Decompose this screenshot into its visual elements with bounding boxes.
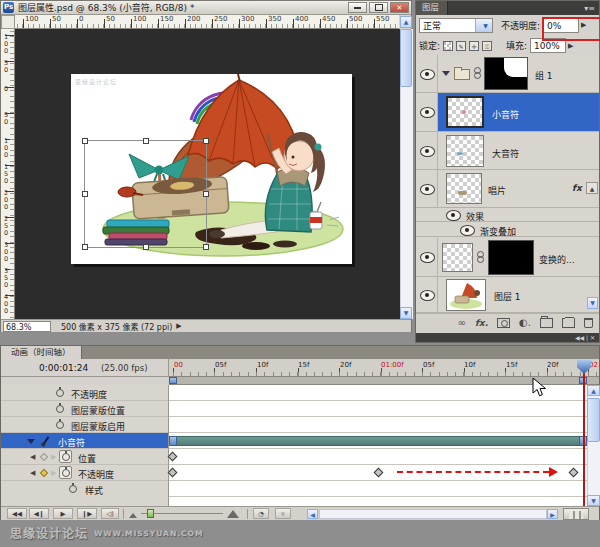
eye-icon[interactable] xyxy=(420,252,435,263)
transform-handle[interactable] xyxy=(203,191,209,197)
blend-mode-select[interactable]: 正常 ▼ xyxy=(419,18,493,33)
status-flyout-arrow[interactable]: ▶ xyxy=(176,322,181,330)
layer-duration-bar[interactable] xyxy=(169,436,587,446)
prev-keyframe-icon[interactable]: ◀ xyxy=(30,453,35,461)
layer-name[interactable]: 唱片 xyxy=(488,184,506,197)
layer-name[interactable]: 变换的... xyxy=(539,253,575,266)
document-titlebar[interactable]: Ps 图层属性.psd @ 68.3% (小音符, RGB/8) * ✕ xyxy=(1,1,411,15)
effects-header-row[interactable]: 效果 xyxy=(416,208,599,222)
tab-layers[interactable]: 图层 xyxy=(416,1,448,15)
timeline-vertical-scrollbar[interactable]: ▲ ▼ xyxy=(587,385,600,506)
new-group-icon[interactable] xyxy=(540,318,553,328)
resize-grip-button[interactable] xyxy=(563,508,589,520)
play-button[interactable]: ▶ xyxy=(53,508,73,519)
vertical-ruler[interactable]: 10050050100150200250300350400 xyxy=(1,29,15,319)
scroll-down-button[interactable]: ▼ xyxy=(400,307,412,319)
track-row-opacity-animated[interactable]: ◀ ▶ 不透明度 xyxy=(1,465,168,481)
track-row-mask-enable[interactable]: 图层蒙版启用 xyxy=(1,417,168,433)
zoom-out-icon[interactable] xyxy=(129,513,137,518)
track-row-position[interactable]: ◀ ▶ 位置 xyxy=(1,449,168,465)
adjustment-layer-icon[interactable]: ◐. xyxy=(519,317,531,329)
eye-icon[interactable] xyxy=(420,290,435,301)
eye-icon[interactable] xyxy=(420,107,435,118)
layer-thumbnail[interactable] xyxy=(442,243,473,272)
keyframe-diamond[interactable] xyxy=(168,452,178,462)
keyframe-diamond[interactable] xyxy=(374,468,384,478)
zoom-level-field[interactable]: 68.3% xyxy=(3,321,51,332)
transform-handle[interactable] xyxy=(82,138,88,144)
stopwatch-icon[interactable] xyxy=(56,421,64,429)
lock-position-icon[interactable]: ✛ xyxy=(469,41,479,51)
layer-thumbnail[interactable] xyxy=(446,135,484,167)
document-vertical-scrollbar[interactable]: ▼ xyxy=(400,29,412,319)
layer-row-dayinfu[interactable]: 大音符 xyxy=(416,132,599,170)
stopwatch-box[interactable] xyxy=(59,450,72,463)
scroll-down-button[interactable]: ▼ xyxy=(587,495,600,506)
fill-flyout-arrow[interactable]: ▶ xyxy=(568,42,573,50)
group-mask-thumbnail[interactable] xyxy=(484,57,528,90)
track-row-xiaoyinfu[interactable]: 小音符 xyxy=(1,433,168,449)
stopwatch-icon[interactable] xyxy=(69,485,77,493)
scroll-right-button[interactable]: ▶ xyxy=(547,509,558,519)
expand-triangle-icon[interactable] xyxy=(442,71,450,76)
keyframe-indicator-icon[interactable] xyxy=(40,453,48,461)
stopwatch-icon[interactable] xyxy=(56,389,64,397)
canvas[interactable]: 思缘设计论坛 xyxy=(71,74,352,264)
next-keyframe-icon[interactable]: ▶ xyxy=(51,469,56,477)
keyframe-indicator-icon[interactable] xyxy=(40,469,48,477)
transform-handle[interactable] xyxy=(82,244,88,250)
scrollbar-thumb[interactable] xyxy=(400,29,412,87)
next-keyframe-icon[interactable]: ▶ xyxy=(51,453,56,461)
layer-name[interactable]: 小音符 xyxy=(492,108,519,121)
scroll-up-button[interactable]: ▲ xyxy=(400,16,412,28)
eye-icon[interactable] xyxy=(420,184,435,195)
transform-handle[interactable] xyxy=(203,138,209,144)
keyframe-diamond[interactable] xyxy=(168,468,178,478)
effect-label[interactable]: 渐变叠加 xyxy=(480,225,516,238)
tab-animation-timeline[interactable]: 动画（时间轴） xyxy=(1,346,82,359)
expand-triangle-icon[interactable] xyxy=(27,439,35,444)
previous-frame-button[interactable]: ◀❙ xyxy=(29,508,49,519)
track-row-style[interactable]: 样式 xyxy=(1,481,168,497)
close-button[interactable]: ✕ xyxy=(390,2,409,13)
lock-transparency-icon[interactable] xyxy=(443,41,453,51)
zoom-slider-thumb[interactable] xyxy=(147,509,154,518)
eye-icon[interactable] xyxy=(420,69,435,80)
keyframe-diamond[interactable] xyxy=(569,468,579,478)
eye-icon[interactable] xyxy=(420,146,435,157)
layer-style-icon[interactable]: fx. xyxy=(475,317,488,329)
transform-handle[interactable] xyxy=(143,138,149,144)
delete-layer-icon[interactable] xyxy=(584,318,593,328)
eye-icon[interactable] xyxy=(460,225,475,236)
layer-name[interactable]: 图层 1 xyxy=(494,290,521,303)
layer-thumbnail[interactable] xyxy=(446,173,482,204)
timeline-tracks[interactable] xyxy=(169,385,587,506)
panel-menu-icon[interactable]: ▾≡ xyxy=(584,4,599,13)
duration-start-cap[interactable] xyxy=(169,436,177,446)
horizontal-ruler[interactable]: 1005005010015020025030035040045050055060… xyxy=(15,15,399,29)
layer-row-xiaoyinfu[interactable]: 小音符 xyxy=(416,93,599,132)
chevron-down-icon[interactable]: ▼ xyxy=(475,19,492,32)
work-area-start-handle[interactable] xyxy=(169,377,177,384)
track-row-mask-position[interactable]: 图层蒙版位置 xyxy=(1,401,168,417)
zoom-in-icon[interactable] xyxy=(227,510,239,518)
scroll-up-button[interactable]: ▲ xyxy=(587,385,600,396)
eye-icon[interactable] xyxy=(446,210,461,221)
track-row-opacity-top[interactable]: 不透明度 xyxy=(1,385,168,401)
go-to-start-button[interactable]: ◀◀ xyxy=(7,508,27,519)
toggle-onion-skins-button[interactable]: ◔ xyxy=(253,508,269,519)
minimize-button[interactable] xyxy=(348,2,367,13)
timeline-horizontal-scrollbar[interactable] xyxy=(319,509,547,519)
layer-name[interactable]: 大音符 xyxy=(492,147,519,160)
transform-handle[interactable] xyxy=(82,191,88,197)
audio-toggle-button[interactable]: ◁) xyxy=(101,508,119,519)
restore-button[interactable] xyxy=(369,2,388,13)
layer-row-bianhuande[interactable]: 变换的... xyxy=(416,238,599,277)
layer-name[interactable]: 组 1 xyxy=(535,69,553,82)
current-time[interactable]: 0:00:01:24 xyxy=(39,363,88,373)
stopwatch-icon[interactable] xyxy=(56,405,64,413)
prev-keyframe-icon[interactable]: ◀ xyxy=(30,469,35,477)
transform-bounding-box[interactable] xyxy=(84,140,207,248)
scroll-left-button[interactable]: ◀ xyxy=(307,509,318,519)
lock-pixels-icon[interactable]: ✎ xyxy=(456,41,466,51)
